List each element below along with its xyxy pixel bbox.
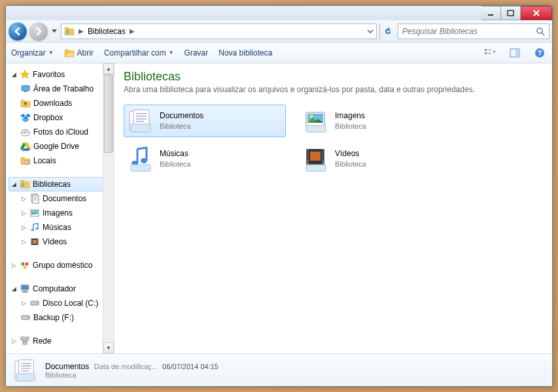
library-item-videos[interactable]: VídeosBiblioteca bbox=[299, 142, 461, 175]
sidebar-item-desktop[interactable]: Área de Trabalho bbox=[9, 82, 103, 96]
sidebar-item-local-disk[interactable]: ▷Disco Local (C:) bbox=[9, 296, 103, 310]
address-dropdown-icon[interactable] bbox=[367, 28, 374, 35]
svg-rect-80 bbox=[16, 373, 35, 380]
sidebar-item-label: Computador bbox=[33, 284, 76, 293]
svg-point-23 bbox=[24, 132, 26, 134]
library-item-pictures[interactable]: ImagensBiblioteca bbox=[299, 105, 461, 137]
library-item-type: Biblioteca bbox=[335, 122, 366, 131]
refresh-button[interactable] bbox=[379, 24, 395, 39]
disk-icon bbox=[20, 312, 31, 323]
svg-rect-53 bbox=[26, 337, 29, 340]
svg-rect-1 bbox=[508, 10, 514, 16]
view-mode-button[interactable] bbox=[483, 46, 497, 60]
sidebar: ◢Favoritos Área de Trabalho Downloads Dr… bbox=[6, 63, 114, 353]
sidebar-item-label: Favoritos bbox=[33, 70, 65, 79]
svg-rect-25 bbox=[21, 157, 25, 159]
library-item-documents[interactable]: DocumentosBiblioteca bbox=[124, 105, 286, 137]
library-item-name: Vídeos bbox=[335, 149, 366, 159]
network-icon bbox=[20, 336, 30, 346]
music-library-icon bbox=[127, 145, 154, 172]
sidebar-computer[interactable]: ◢Computador bbox=[9, 282, 103, 296]
svg-point-49 bbox=[37, 302, 38, 304]
svg-rect-9 bbox=[485, 52, 487, 54]
sidebar-item-dropbox[interactable]: Dropbox bbox=[9, 110, 103, 125]
sidebar-item-label: Rede bbox=[33, 336, 52, 346]
sidebar-item-pictures[interactable]: ▷Imagens bbox=[9, 206, 103, 220]
sidebar-item-recent[interactable]: Locais bbox=[9, 154, 103, 168]
organize-button[interactable]: Organizar▼ bbox=[11, 48, 54, 57]
sidebar-item-documents[interactable]: ▷Documentos bbox=[9, 191, 103, 206]
address-bar[interactable]: ▶ Bibliotecas ▶ bbox=[61, 24, 377, 39]
forward-button[interactable] bbox=[29, 22, 48, 41]
icloud-icon bbox=[20, 127, 31, 137]
svg-rect-75 bbox=[323, 158, 324, 159]
library-item-type: Biblioteca bbox=[160, 159, 191, 169]
svg-point-41 bbox=[22, 263, 25, 266]
crumb-arrow-icon[interactable]: ▶ bbox=[128, 27, 136, 35]
library-item-type: Biblioteca bbox=[160, 122, 203, 131]
svg-rect-47 bbox=[22, 291, 28, 293]
navbar: ▶ Bibliotecas ▶ bbox=[6, 20, 552, 42]
svg-rect-73 bbox=[323, 153, 324, 154]
open-button[interactable]: Abrir bbox=[64, 48, 94, 58]
sidebar-item-google-drive[interactable]: Google Drive bbox=[9, 139, 103, 154]
back-button[interactable] bbox=[9, 22, 27, 41]
svg-point-22 bbox=[26, 130, 29, 133]
help-button[interactable]: ? bbox=[532, 46, 547, 60]
star-icon bbox=[20, 69, 30, 80]
svg-rect-69 bbox=[307, 153, 308, 154]
svg-rect-17 bbox=[24, 91, 27, 92]
sidebar-item-label: Bibliotecas bbox=[33, 180, 71, 189]
svg-rect-29 bbox=[22, 183, 24, 187]
search-icon bbox=[536, 27, 545, 36]
burn-button[interactable]: Gravar bbox=[184, 48, 209, 57]
maximize-button[interactable] bbox=[501, 6, 521, 20]
search-input[interactable] bbox=[402, 27, 536, 36]
sidebar-item-backup-disk[interactable]: Backup (F:) bbox=[9, 310, 103, 325]
sidebar-libraries[interactable]: ◢Bibliotecas bbox=[9, 177, 103, 191]
library-item-name: Imagens bbox=[335, 111, 366, 122]
svg-rect-70 bbox=[307, 155, 308, 157]
minimize-button[interactable] bbox=[481, 6, 501, 20]
details-mod-value: 06/07/2014 04:15 bbox=[162, 363, 218, 370]
svg-rect-46 bbox=[23, 291, 27, 291]
scroll-down-icon[interactable]: ▼ bbox=[103, 342, 114, 353]
close-button[interactable] bbox=[521, 6, 552, 20]
breadcrumb-root[interactable]: Bibliotecas bbox=[88, 27, 126, 36]
disk-icon bbox=[29, 298, 40, 308]
recent-icon bbox=[20, 155, 31, 166]
library-item-name: Músicas bbox=[160, 149, 191, 159]
scroll-up-icon[interactable]: ▲ bbox=[103, 63, 114, 74]
body: ◢Favoritos Área de Trabalho Downloads Dr… bbox=[6, 63, 552, 353]
sidebar-homegroup[interactable]: ▷Grupo doméstico bbox=[9, 258, 103, 272]
desktop-icon bbox=[20, 84, 31, 94]
new-library-button[interactable]: Nova biblioteca bbox=[218, 48, 272, 57]
sidebar-item-music[interactable]: ▷Músicas bbox=[9, 220, 103, 235]
svg-rect-68 bbox=[307, 150, 308, 152]
svg-rect-16 bbox=[22, 86, 29, 91]
scroll-thumb[interactable] bbox=[104, 74, 113, 153]
svg-rect-19 bbox=[21, 100, 25, 102]
svg-rect-52 bbox=[21, 337, 24, 340]
svg-text:?: ? bbox=[538, 49, 542, 57]
preview-pane-button[interactable] bbox=[508, 46, 522, 60]
sidebar-favorites[interactable]: ◢Favoritos bbox=[9, 67, 103, 82]
sidebar-item-icloud-photos[interactable]: Fotos do iCloud bbox=[9, 125, 103, 139]
svg-rect-61 bbox=[306, 125, 326, 132]
sidebar-network[interactable]: ▷Rede bbox=[9, 334, 103, 348]
libraries-icon bbox=[64, 26, 75, 37]
history-dropdown[interactable] bbox=[50, 25, 58, 38]
svg-rect-72 bbox=[323, 150, 324, 152]
svg-point-35 bbox=[31, 229, 34, 231]
details-type: Biblioteca bbox=[45, 371, 218, 379]
crumb-arrow-icon[interactable]: ▶ bbox=[77, 27, 85, 35]
computer-icon bbox=[20, 284, 30, 294]
svg-rect-3 bbox=[65, 27, 69, 29]
library-item-music[interactable]: MúsicasBiblioteca bbox=[124, 142, 286, 175]
sidebar-item-downloads[interactable]: Downloads bbox=[9, 96, 103, 110]
sidebar-scrollbar[interactable]: ▲ ▼ bbox=[103, 63, 114, 353]
svg-point-60 bbox=[310, 115, 313, 118]
share-button[interactable]: Compartilhar com▼ bbox=[104, 48, 174, 57]
search-box[interactable] bbox=[398, 24, 549, 39]
sidebar-item-videos[interactable]: ▷Vídeos bbox=[9, 235, 103, 249]
